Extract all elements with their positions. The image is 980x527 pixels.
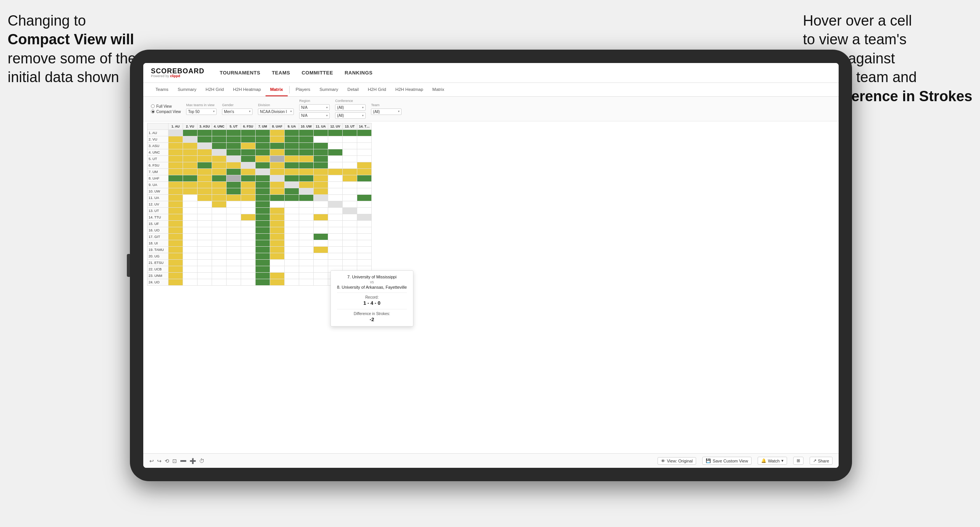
matrix-cell[interactable] [227, 162, 241, 169]
matrix-cell[interactable] [285, 247, 299, 253]
zoom-in-icon[interactable]: ➕ [190, 458, 196, 464]
matrix-cell[interactable] [299, 169, 314, 175]
matrix-cell[interactable] [212, 253, 227, 260]
matrix-cell[interactable] [328, 143, 343, 149]
matrix-cell[interactable] [227, 279, 241, 286]
matrix-cell[interactable] [285, 162, 299, 169]
matrix-cell[interactable] [314, 136, 328, 143]
tab-matrix-players[interactable]: Matrix [428, 83, 449, 96]
matrix-cell[interactable] [241, 195, 256, 201]
matrix-cell[interactable] [227, 273, 241, 279]
matrix-cell[interactable] [299, 240, 314, 247]
matrix-cell[interactable] [241, 136, 256, 143]
matrix-cell[interactable] [299, 182, 314, 188]
matrix-cell[interactable] [212, 221, 227, 227]
matrix-cell[interactable] [227, 234, 241, 240]
matrix-cell[interactable] [285, 143, 299, 149]
matrix-cell[interactable] [168, 156, 183, 162]
region-select-1[interactable]: N/A [299, 104, 330, 111]
matrix-cell[interactable] [183, 149, 198, 156]
matrix-cell[interactable] [168, 175, 183, 182]
matrix-cell[interactable] [168, 130, 183, 136]
matrix-cell[interactable] [168, 221, 183, 227]
matrix-cell[interactable] [183, 221, 198, 227]
matrix-cell[interactable] [198, 253, 212, 260]
matrix-cell[interactable] [241, 201, 256, 208]
matrix-cell[interactable] [328, 156, 343, 162]
matrix-cell[interactable] [357, 156, 372, 162]
matrix-cell[interactable] [299, 234, 314, 240]
matrix-cell[interactable] [256, 273, 270, 279]
matrix-cell[interactable] [227, 169, 241, 175]
matrix-cell[interactable] [328, 234, 343, 240]
matrix-cell[interactable] [270, 279, 285, 286]
matrix-cell[interactable] [241, 227, 256, 234]
matrix-cell[interactable] [343, 188, 357, 195]
matrix-cell[interactable] [357, 162, 372, 169]
matrix-cell[interactable] [168, 143, 183, 149]
matrix-cell[interactable] [183, 201, 198, 208]
compact-view-radio[interactable]: Compact View [151, 110, 181, 114]
matrix-cell[interactable] [285, 208, 299, 214]
matrix-cell[interactable] [285, 130, 299, 136]
matrix-cell[interactable] [328, 182, 343, 188]
matrix-cell[interactable] [227, 260, 241, 266]
matrix-cell[interactable] [314, 143, 328, 149]
matrix-cell[interactable] [285, 136, 299, 143]
matrix-cell[interactable] [343, 182, 357, 188]
matrix-cell[interactable] [285, 279, 299, 286]
matrix-cell[interactable] [212, 266, 227, 273]
matrix-cell[interactable] [227, 156, 241, 162]
matrix-cell[interactable] [357, 227, 372, 234]
zoom-fit-icon[interactable]: ⊡ [172, 458, 177, 464]
matrix-cell[interactable] [343, 169, 357, 175]
tab-teams[interactable]: Teams [151, 83, 173, 96]
matrix-cell[interactable] [198, 260, 212, 266]
matrix-cell[interactable] [227, 214, 241, 221]
matrix-cell[interactable] [285, 240, 299, 247]
conference-select-2[interactable]: (All) [335, 112, 366, 119]
matrix-cell[interactable] [198, 208, 212, 214]
matrix-cell[interactable] [328, 149, 343, 156]
matrix-cell[interactable] [241, 149, 256, 156]
matrix-cell[interactable] [285, 169, 299, 175]
matrix-cell[interactable] [270, 253, 285, 260]
matrix-cell[interactable] [241, 162, 256, 169]
matrix-cell[interactable] [285, 221, 299, 227]
matrix-cell[interactable] [357, 149, 372, 156]
matrix-cell[interactable] [357, 221, 372, 227]
matrix-cell[interactable] [241, 188, 256, 195]
matrix-cell[interactable] [212, 162, 227, 169]
matrix-cell[interactable] [285, 195, 299, 201]
matrix-cell[interactable] [328, 214, 343, 221]
watch-button[interactable]: 🔔 Watch ▾ [758, 457, 787, 465]
tab-h2h-grid-players[interactable]: H2H Grid [363, 83, 391, 96]
matrix-cell[interactable] [256, 188, 270, 195]
tab-summary-players[interactable]: Summary [315, 83, 343, 96]
zoom-out-icon[interactable]: ➖ [180, 458, 186, 464]
matrix-cell[interactable] [168, 214, 183, 221]
matrix-cell[interactable] [256, 130, 270, 136]
matrix-cell[interactable] [198, 188, 212, 195]
matrix-cell[interactable] [328, 162, 343, 169]
matrix-cell[interactable] [285, 188, 299, 195]
matrix-cell[interactable] [357, 169, 372, 175]
matrix-cell[interactable] [314, 175, 328, 182]
matrix-cell[interactable] [183, 247, 198, 253]
matrix-cell[interactable] [168, 195, 183, 201]
nav-rankings[interactable]: RANKINGS [345, 70, 373, 76]
matrix-cell[interactable] [198, 234, 212, 240]
matrix-cell[interactable] [241, 266, 256, 273]
matrix-cell[interactable] [256, 279, 270, 286]
matrix-cell[interactable] [357, 130, 372, 136]
matrix-cell[interactable] [314, 162, 328, 169]
matrix-cell[interactable] [285, 266, 299, 273]
matrix-cell[interactable] [357, 247, 372, 253]
matrix-cell[interactable] [212, 214, 227, 221]
matrix-cell[interactable] [256, 260, 270, 266]
matrix-cell[interactable] [285, 149, 299, 156]
matrix-cell[interactable] [256, 136, 270, 143]
matrix-cell[interactable] [270, 214, 285, 221]
matrix-cell[interactable] [212, 175, 227, 182]
matrix-cell[interactable] [256, 214, 270, 221]
